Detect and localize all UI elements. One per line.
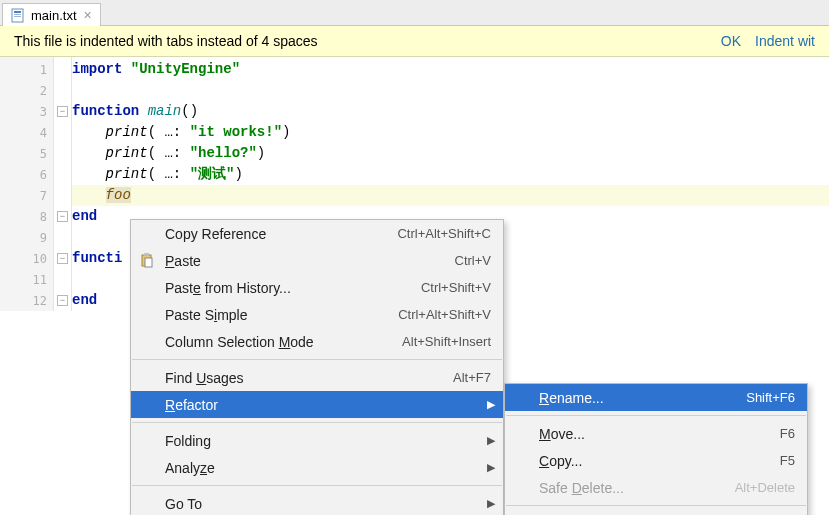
line-gutter: 1 2 3 4 5 6 7 8 9 10 11 12 (0, 57, 54, 311)
menu-paste-simple[interactable]: Paste Simple Ctrl+Alt+Shift+V (131, 301, 503, 328)
line-number: 10 (0, 248, 53, 269)
code-line[interactable]: print( …: "hello?") (72, 143, 829, 164)
line-number: 5 (0, 143, 53, 164)
svg-rect-0 (12, 9, 23, 22)
paste-icon (139, 253, 155, 269)
submenu-extract[interactable]: Extract ▶ (505, 510, 807, 515)
menu-folding[interactable]: Folding ▶ (131, 427, 503, 454)
line-number: 6 (0, 164, 53, 185)
menu-find-usages[interactable]: Find Usages Alt+F7 (131, 364, 503, 391)
code-line[interactable] (72, 80, 829, 101)
line-number: 9 (0, 227, 53, 248)
line-number: 7 (0, 185, 53, 206)
fold-toggle[interactable]: − (57, 106, 68, 117)
menu-refactor[interactable]: Refactor ▶ (131, 391, 503, 418)
code-line[interactable]: print( …: "it works!") (72, 122, 829, 143)
notification-actions: OK Indent wit (721, 33, 815, 49)
chevron-right-icon: ▶ (487, 497, 495, 510)
svg-rect-3 (14, 16, 21, 17)
ok-link[interactable]: OK (721, 33, 741, 49)
svg-rect-5 (144, 253, 149, 256)
line-number: 2 (0, 80, 53, 101)
tab-bar: main.txt × (0, 0, 829, 26)
svg-rect-2 (14, 14, 21, 15)
svg-rect-1 (14, 11, 21, 13)
refactor-submenu: Rename... Shift+F6 Move... F6 Copy... F5… (504, 383, 808, 515)
indent-link[interactable]: Indent wit (755, 33, 815, 49)
context-menu: Copy Reference Ctrl+Alt+Shift+C Paste Ct… (130, 219, 504, 515)
menu-paste[interactable]: Paste Ctrl+V (131, 247, 503, 274)
file-icon (11, 8, 26, 23)
menu-separator (506, 505, 806, 506)
tab-filename: main.txt (31, 8, 77, 23)
chevron-right-icon: ▶ (487, 434, 495, 447)
line-number: 11 (0, 269, 53, 290)
fold-toggle[interactable]: − (57, 253, 68, 264)
submenu-rename[interactable]: Rename... Shift+F6 (505, 384, 807, 411)
menu-separator (132, 422, 502, 423)
menu-separator (506, 415, 806, 416)
chevron-right-icon: ▶ (487, 461, 495, 474)
fold-gutter: − − − − (54, 57, 72, 311)
code-line[interactable]: import "UnityEngine" (72, 59, 829, 80)
line-number: 3 (0, 101, 53, 122)
submenu-copy[interactable]: Copy... F5 (505, 447, 807, 474)
menu-copy-reference[interactable]: Copy Reference Ctrl+Alt+Shift+C (131, 220, 503, 247)
menu-paste-history[interactable]: Paste from History... Ctrl+Shift+V (131, 274, 503, 301)
line-number: 12 (0, 290, 53, 311)
submenu-safe-delete: Safe Delete... Alt+Delete (505, 474, 807, 501)
line-number: 4 (0, 122, 53, 143)
menu-goto[interactable]: Go To ▶ (131, 490, 503, 515)
line-number: 1 (0, 59, 53, 80)
fold-toggle[interactable]: − (57, 295, 68, 306)
code-line[interactable]: print( …: "测试") (72, 164, 829, 185)
code-line[interactable]: function main() (72, 101, 829, 122)
close-icon[interactable]: × (84, 7, 92, 23)
menu-separator (132, 485, 502, 486)
chevron-right-icon: ▶ (487, 398, 495, 411)
svg-rect-6 (145, 258, 152, 267)
notification-bar: This file is indented with tabs instead … (0, 26, 829, 57)
menu-separator (132, 359, 502, 360)
file-tab[interactable]: main.txt × (2, 3, 101, 26)
code-line[interactable]: foo (72, 185, 829, 206)
notification-message: This file is indented with tabs instead … (14, 33, 318, 49)
fold-toggle[interactable]: − (57, 211, 68, 222)
line-number: 8 (0, 206, 53, 227)
menu-column-mode[interactable]: Column Selection Mode Alt+Shift+Insert (131, 328, 503, 355)
submenu-move[interactable]: Move... F6 (505, 420, 807, 447)
menu-analyze[interactable]: Analyze ▶ (131, 454, 503, 481)
